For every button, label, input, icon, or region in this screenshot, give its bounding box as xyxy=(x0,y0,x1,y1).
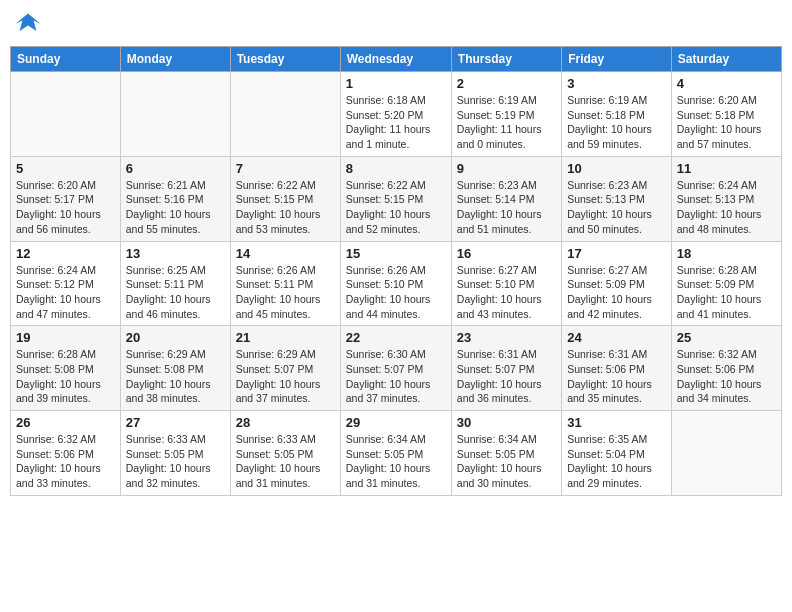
calendar-cell: 3Sunrise: 6:19 AM Sunset: 5:18 PM Daylig… xyxy=(562,72,672,157)
day-number: 23 xyxy=(457,330,556,345)
day-number: 6 xyxy=(126,161,225,176)
day-number: 5 xyxy=(16,161,115,176)
calendar-cell: 22Sunrise: 6:30 AM Sunset: 5:07 PM Dayli… xyxy=(340,326,451,411)
day-info: Sunrise: 6:18 AM Sunset: 5:20 PM Dayligh… xyxy=(346,93,446,152)
day-number: 7 xyxy=(236,161,335,176)
calendar-cell: 17Sunrise: 6:27 AM Sunset: 5:09 PM Dayli… xyxy=(562,241,672,326)
logo xyxy=(14,10,46,38)
day-info: Sunrise: 6:30 AM Sunset: 5:07 PM Dayligh… xyxy=(346,347,446,406)
day-number: 4 xyxy=(677,76,776,91)
day-number: 25 xyxy=(677,330,776,345)
calendar-cell: 10Sunrise: 6:23 AM Sunset: 5:13 PM Dayli… xyxy=(562,156,672,241)
calendar-day-header: Monday xyxy=(120,47,230,72)
day-number: 20 xyxy=(126,330,225,345)
day-number: 1 xyxy=(346,76,446,91)
day-number: 13 xyxy=(126,246,225,261)
day-info: Sunrise: 6:32 AM Sunset: 5:06 PM Dayligh… xyxy=(677,347,776,406)
day-number: 2 xyxy=(457,76,556,91)
calendar-table: SundayMondayTuesdayWednesdayThursdayFrid… xyxy=(10,46,782,496)
calendar-cell: 12Sunrise: 6:24 AM Sunset: 5:12 PM Dayli… xyxy=(11,241,121,326)
calendar-cell: 29Sunrise: 6:34 AM Sunset: 5:05 PM Dayli… xyxy=(340,411,451,496)
day-number: 28 xyxy=(236,415,335,430)
day-info: Sunrise: 6:28 AM Sunset: 5:09 PM Dayligh… xyxy=(677,263,776,322)
day-number: 12 xyxy=(16,246,115,261)
svg-marker-0 xyxy=(15,14,40,32)
day-info: Sunrise: 6:24 AM Sunset: 5:13 PM Dayligh… xyxy=(677,178,776,237)
day-number: 15 xyxy=(346,246,446,261)
day-info: Sunrise: 6:33 AM Sunset: 5:05 PM Dayligh… xyxy=(236,432,335,491)
day-info: Sunrise: 6:34 AM Sunset: 5:05 PM Dayligh… xyxy=(346,432,446,491)
day-info: Sunrise: 6:28 AM Sunset: 5:08 PM Dayligh… xyxy=(16,347,115,406)
day-info: Sunrise: 6:22 AM Sunset: 5:15 PM Dayligh… xyxy=(236,178,335,237)
calendar-cell: 13Sunrise: 6:25 AM Sunset: 5:11 PM Dayli… xyxy=(120,241,230,326)
calendar-cell: 9Sunrise: 6:23 AM Sunset: 5:14 PM Daylig… xyxy=(451,156,561,241)
calendar-cell: 6Sunrise: 6:21 AM Sunset: 5:16 PM Daylig… xyxy=(120,156,230,241)
day-number: 27 xyxy=(126,415,225,430)
day-number: 8 xyxy=(346,161,446,176)
day-info: Sunrise: 6:20 AM Sunset: 5:17 PM Dayligh… xyxy=(16,178,115,237)
calendar-cell: 23Sunrise: 6:31 AM Sunset: 5:07 PM Dayli… xyxy=(451,326,561,411)
day-info: Sunrise: 6:21 AM Sunset: 5:16 PM Dayligh… xyxy=(126,178,225,237)
calendar-cell: 2Sunrise: 6:19 AM Sunset: 5:19 PM Daylig… xyxy=(451,72,561,157)
calendar-cell: 4Sunrise: 6:20 AM Sunset: 5:18 PM Daylig… xyxy=(671,72,781,157)
calendar-body: 1Sunrise: 6:18 AM Sunset: 5:20 PM Daylig… xyxy=(11,72,782,496)
day-number: 19 xyxy=(16,330,115,345)
calendar-cell: 26Sunrise: 6:32 AM Sunset: 5:06 PM Dayli… xyxy=(11,411,121,496)
day-number: 24 xyxy=(567,330,666,345)
calendar-cell: 21Sunrise: 6:29 AM Sunset: 5:07 PM Dayli… xyxy=(230,326,340,411)
calendar-header: SundayMondayTuesdayWednesdayThursdayFrid… xyxy=(11,47,782,72)
calendar-cell: 11Sunrise: 6:24 AM Sunset: 5:13 PM Dayli… xyxy=(671,156,781,241)
day-info: Sunrise: 6:31 AM Sunset: 5:06 PM Dayligh… xyxy=(567,347,666,406)
day-info: Sunrise: 6:25 AM Sunset: 5:11 PM Dayligh… xyxy=(126,263,225,322)
calendar-cell: 8Sunrise: 6:22 AM Sunset: 5:15 PM Daylig… xyxy=(340,156,451,241)
calendar-cell: 28Sunrise: 6:33 AM Sunset: 5:05 PM Dayli… xyxy=(230,411,340,496)
calendar-cell: 30Sunrise: 6:34 AM Sunset: 5:05 PM Dayli… xyxy=(451,411,561,496)
calendar-day-header: Friday xyxy=(562,47,672,72)
calendar-cell: 15Sunrise: 6:26 AM Sunset: 5:10 PM Dayli… xyxy=(340,241,451,326)
calendar-cell xyxy=(120,72,230,157)
day-number: 29 xyxy=(346,415,446,430)
calendar-cell xyxy=(230,72,340,157)
day-number: 21 xyxy=(236,330,335,345)
calendar-week-row: 26Sunrise: 6:32 AM Sunset: 5:06 PM Dayli… xyxy=(11,411,782,496)
day-info: Sunrise: 6:27 AM Sunset: 5:10 PM Dayligh… xyxy=(457,263,556,322)
calendar-week-row: 12Sunrise: 6:24 AM Sunset: 5:12 PM Dayli… xyxy=(11,241,782,326)
day-info: Sunrise: 6:32 AM Sunset: 5:06 PM Dayligh… xyxy=(16,432,115,491)
day-info: Sunrise: 6:35 AM Sunset: 5:04 PM Dayligh… xyxy=(567,432,666,491)
page-header xyxy=(10,10,782,38)
day-number: 18 xyxy=(677,246,776,261)
day-info: Sunrise: 6:26 AM Sunset: 5:10 PM Dayligh… xyxy=(346,263,446,322)
day-number: 11 xyxy=(677,161,776,176)
day-info: Sunrise: 6:29 AM Sunset: 5:07 PM Dayligh… xyxy=(236,347,335,406)
calendar-week-row: 19Sunrise: 6:28 AM Sunset: 5:08 PM Dayli… xyxy=(11,326,782,411)
day-info: Sunrise: 6:26 AM Sunset: 5:11 PM Dayligh… xyxy=(236,263,335,322)
day-info: Sunrise: 6:19 AM Sunset: 5:18 PM Dayligh… xyxy=(567,93,666,152)
calendar-cell: 19Sunrise: 6:28 AM Sunset: 5:08 PM Dayli… xyxy=(11,326,121,411)
logo-bird-icon xyxy=(14,10,42,38)
day-number: 26 xyxy=(16,415,115,430)
calendar-cell: 1Sunrise: 6:18 AM Sunset: 5:20 PM Daylig… xyxy=(340,72,451,157)
day-info: Sunrise: 6:33 AM Sunset: 5:05 PM Dayligh… xyxy=(126,432,225,491)
day-number: 9 xyxy=(457,161,556,176)
calendar-header-row: SundayMondayTuesdayWednesdayThursdayFrid… xyxy=(11,47,782,72)
calendar-day-header: Wednesday xyxy=(340,47,451,72)
calendar-cell: 24Sunrise: 6:31 AM Sunset: 5:06 PM Dayli… xyxy=(562,326,672,411)
day-number: 10 xyxy=(567,161,666,176)
calendar-cell: 5Sunrise: 6:20 AM Sunset: 5:17 PM Daylig… xyxy=(11,156,121,241)
day-info: Sunrise: 6:31 AM Sunset: 5:07 PM Dayligh… xyxy=(457,347,556,406)
day-info: Sunrise: 6:22 AM Sunset: 5:15 PM Dayligh… xyxy=(346,178,446,237)
calendar-day-header: Sunday xyxy=(11,47,121,72)
calendar-cell: 18Sunrise: 6:28 AM Sunset: 5:09 PM Dayli… xyxy=(671,241,781,326)
calendar-week-row: 5Sunrise: 6:20 AM Sunset: 5:17 PM Daylig… xyxy=(11,156,782,241)
day-info: Sunrise: 6:29 AM Sunset: 5:08 PM Dayligh… xyxy=(126,347,225,406)
day-number: 22 xyxy=(346,330,446,345)
day-number: 14 xyxy=(236,246,335,261)
day-info: Sunrise: 6:19 AM Sunset: 5:19 PM Dayligh… xyxy=(457,93,556,152)
calendar-day-header: Tuesday xyxy=(230,47,340,72)
calendar-week-row: 1Sunrise: 6:18 AM Sunset: 5:20 PM Daylig… xyxy=(11,72,782,157)
calendar-day-header: Saturday xyxy=(671,47,781,72)
calendar-cell xyxy=(11,72,121,157)
calendar-cell: 20Sunrise: 6:29 AM Sunset: 5:08 PM Dayli… xyxy=(120,326,230,411)
day-info: Sunrise: 6:20 AM Sunset: 5:18 PM Dayligh… xyxy=(677,93,776,152)
calendar-cell: 27Sunrise: 6:33 AM Sunset: 5:05 PM Dayli… xyxy=(120,411,230,496)
